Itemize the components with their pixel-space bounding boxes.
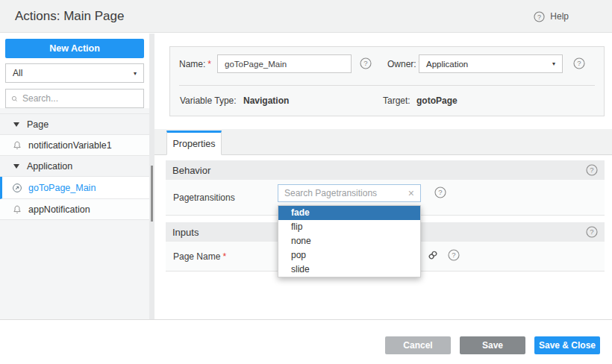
chevron-down-icon: ▾ <box>134 70 137 77</box>
help-icon[interactable]: ? <box>534 11 545 22</box>
action-tree: Page notificationVariable1 Application g… <box>0 113 149 220</box>
svg-text:?: ? <box>452 251 455 259</box>
svg-text:?: ? <box>438 188 442 196</box>
tree-group-page[interactable]: Page <box>0 114 149 135</box>
dropdown-option-pop[interactable]: pop <box>278 248 420 263</box>
new-action-button[interactable]: New Action <box>5 39 144 58</box>
cancel-button[interactable]: Cancel <box>385 336 451 354</box>
sidebar: New Action All ▾ Page notificationVariab… <box>0 34 149 319</box>
help-label: Help <box>550 11 569 22</box>
owner-select[interactable]: Application ▾ <box>419 54 563 73</box>
filter-select-value: All <box>13 68 22 78</box>
pagetransitions-search-box[interactable]: × <box>278 184 421 202</box>
name-input[interactable] <box>217 54 352 73</box>
help-icon[interactable]: ? <box>586 164 598 176</box>
svg-text:?: ? <box>590 228 593 236</box>
caret-down-icon[interactable] <box>13 122 19 127</box>
tree-item-appnotification[interactable]: appNotification <box>0 199 149 220</box>
dropdown-option-flip[interactable]: flip <box>278 220 420 234</box>
owner-select-value: Application <box>426 60 468 69</box>
svg-text:?: ? <box>577 59 581 67</box>
pagetransitions-search-input[interactable] <box>284 188 404 198</box>
behavior-section-header: Behavior ? <box>166 160 605 180</box>
pagetransitions-dropdown: fade flip none pop slide <box>278 205 421 277</box>
help-icon[interactable]: ? <box>573 57 585 69</box>
caret-down-icon[interactable] <box>13 164 19 169</box>
dropdown-option-slide[interactable]: slide <box>278 263 420 277</box>
action-summary-panel: Name:* ? Owner:* Application ▾ ? Variabl… <box>169 46 605 116</box>
pane-scrollbar[interactable] <box>149 34 154 319</box>
page-title: Actions: Main Page <box>15 0 124 33</box>
link-icon[interactable] <box>427 249 439 261</box>
variable-type-label: Variable Type: <box>180 95 237 106</box>
dropdown-option-none[interactable]: none <box>278 234 420 248</box>
dropdown-option-fade[interactable]: fade <box>278 206 420 220</box>
name-label: Name:* <box>179 59 211 69</box>
tree-group-application[interactable]: Application <box>0 156 149 177</box>
owner-label: Owner:* <box>387 59 422 69</box>
clear-icon[interactable]: × <box>408 188 414 198</box>
sidebar-search-box[interactable] <box>5 89 144 108</box>
save-and-close-button[interactable]: Save & Close <box>534 336 600 354</box>
filter-select[interactable]: All ▾ <box>5 63 144 83</box>
required-marker: * <box>207 59 211 69</box>
svg-text:?: ? <box>363 59 367 67</box>
help-button[interactable]: ? Help <box>534 0 569 33</box>
divider <box>179 85 595 86</box>
tree-item-notificationvariable1[interactable]: notificationVariable1 <box>0 135 149 156</box>
footer-bar: Cancel Save Save & Close <box>0 319 612 364</box>
search-icon <box>11 94 18 104</box>
tab-strip: Properties <box>154 129 612 155</box>
help-icon[interactable]: ? <box>434 186 446 198</box>
sidebar-search-input[interactable] <box>22 93 138 104</box>
variable-type-value: Navigation <box>243 95 289 106</box>
goto-icon <box>12 183 22 193</box>
chevron-down-icon: ▾ <box>552 60 555 67</box>
tab-properties[interactable]: Properties <box>166 131 222 155</box>
help-icon[interactable]: ? <box>360 57 372 69</box>
required-marker: * <box>222 251 226 262</box>
app-header: Actions: Main Page ? Help <box>0 0 612 33</box>
tree-item-gotopage-main[interactable]: goToPage_Main <box>0 177 149 199</box>
bell-icon <box>12 140 22 151</box>
scrollbar-thumb[interactable] <box>151 166 153 222</box>
page-name-label: Page Name* <box>173 251 226 262</box>
main-panel: Name:* ? Owner:* Application ▾ ? Variabl… <box>154 34 612 319</box>
svg-text:?: ? <box>537 13 541 20</box>
help-icon[interactable]: ? <box>586 226 598 238</box>
svg-text:?: ? <box>590 166 593 174</box>
help-icon[interactable]: ? <box>448 249 460 261</box>
target-label: Target: <box>383 95 410 106</box>
save-button[interactable]: Save <box>460 336 525 354</box>
pagetransitions-label: Pagetransitions <box>173 192 235 203</box>
bell-icon <box>12 204 22 215</box>
target-value: gotoPage <box>416 95 458 106</box>
